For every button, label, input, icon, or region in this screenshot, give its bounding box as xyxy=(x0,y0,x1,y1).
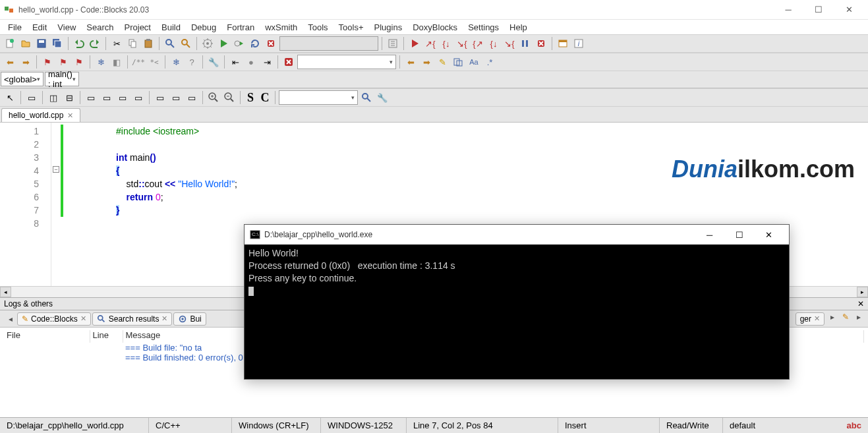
info-icon[interactable]: i xyxy=(571,36,586,51)
tab-close-icon[interactable]: ✕ xyxy=(67,111,73,120)
doxy-comment-icon[interactable]: /** xyxy=(131,55,146,69)
step-instr-icon[interactable]: ↘{ xyxy=(502,36,517,51)
function-dropdown[interactable]: main() : int▾ xyxy=(45,72,79,86)
open-icon[interactable] xyxy=(18,36,33,51)
box1-icon[interactable]: ▭ xyxy=(84,90,98,105)
log-tab-debugger[interactable]: ger✕ xyxy=(796,312,825,326)
last-jump-icon[interactable]: ● xyxy=(244,55,258,69)
show-targets-icon[interactable] xyxy=(386,36,400,51)
console-maximize-button[interactable]: ☐ xyxy=(724,230,754,240)
doxy-wizard-icon[interactable]: ❄ xyxy=(94,55,108,69)
new-file-icon[interactable] xyxy=(3,36,17,51)
log-tab-search[interactable]: Search results✕ xyxy=(92,312,173,326)
debug-run-icon[interactable] xyxy=(407,36,422,51)
box5-icon[interactable]: ▭ xyxy=(153,90,167,105)
match-case-icon[interactable]: Aa xyxy=(467,55,481,69)
menu-settings[interactable]: Settings xyxy=(463,21,504,34)
jump-forward-icon[interactable]: ⇥ xyxy=(260,55,274,69)
symbols-button[interactable]: C xyxy=(258,91,272,105)
undo-icon[interactable] xyxy=(72,36,86,51)
select-tool-icon[interactable]: ↖ xyxy=(3,90,17,105)
doxy-config-icon[interactable]: 🔧 xyxy=(206,55,221,69)
break-icon[interactable] xyxy=(518,36,533,51)
console-output[interactable]: Hello World! Process returned 0 (0x0) ex… xyxy=(245,245,789,379)
source-button[interactable]: S xyxy=(244,91,257,105)
menu-fortran[interactable]: Fortran xyxy=(221,21,260,34)
step-out-icon[interactable]: {↗ xyxy=(471,36,485,51)
box7-icon[interactable]: ▭ xyxy=(185,90,199,105)
next-result-icon[interactable]: ➡ xyxy=(419,55,434,69)
split-h-icon[interactable]: ◫ xyxy=(46,90,61,105)
replace-icon[interactable] xyxy=(179,36,193,51)
menu-help[interactable]: Help xyxy=(504,21,533,34)
run-icon[interactable] xyxy=(216,36,231,51)
find-icon[interactable] xyxy=(163,36,177,51)
build-run-icon[interactable] xyxy=(232,36,246,51)
logs-more-icon[interactable]: ▸ xyxy=(854,312,864,326)
bookmark-flag-icon[interactable]: ⚑ xyxy=(40,55,55,69)
scroll-right-icon[interactable]: ▸ xyxy=(857,287,868,297)
zoom-out-icon[interactable] xyxy=(222,90,237,105)
menu-tools[interactable]: Tools xyxy=(303,21,333,34)
save-icon[interactable] xyxy=(34,36,49,51)
split-v-icon[interactable]: ⊟ xyxy=(62,90,76,105)
copy-icon[interactable] xyxy=(125,36,140,51)
clear-icon[interactable] xyxy=(281,55,296,69)
save-all-icon[interactable] xyxy=(50,36,65,51)
regex-icon[interactable]: .* xyxy=(482,55,497,69)
menu-file[interactable]: File xyxy=(3,21,27,34)
logs-tab-prev-icon[interactable]: ◂ xyxy=(5,314,16,324)
doxy-line-icon[interactable]: *< xyxy=(147,55,161,69)
console-titlebar[interactable]: C:\ D:\belajar_cpp\hello_world.exe ─ ☐ ✕ xyxy=(245,225,789,245)
nav-back-icon[interactable]: ⬅ xyxy=(3,55,17,69)
logs-close-icon[interactable]: ✕ xyxy=(857,299,864,308)
close-icon[interactable]: ✕ xyxy=(80,314,86,323)
zoom-in-icon[interactable] xyxy=(206,90,221,105)
scope-dropdown[interactable]: <global>▾ xyxy=(1,72,43,86)
prev-result-icon[interactable]: ⬅ xyxy=(403,55,418,69)
goto-options-icon[interactable]: 🔧 xyxy=(375,90,390,105)
step-into-icon[interactable]: ↘{ xyxy=(455,36,469,51)
code-content[interactable]: #include <iostream> int main() { std::co… xyxy=(51,123,237,286)
close-icon[interactable]: ✕ xyxy=(161,314,167,323)
select-skip-icon[interactable] xyxy=(451,55,465,69)
doxy-html-icon[interactable]: ❄ xyxy=(169,55,183,69)
log-tab-build[interactable]: Bui xyxy=(173,312,206,326)
menu-wxsmith[interactable]: wxSmith xyxy=(260,21,303,34)
doxy-chm-icon[interactable]: ? xyxy=(185,55,199,69)
next-instr-icon[interactable]: {↓ xyxy=(486,36,501,51)
box2-icon[interactable]: ▭ xyxy=(100,90,114,105)
box3-icon[interactable]: ▭ xyxy=(115,90,130,105)
spellcheck-icon[interactable]: abc xyxy=(840,418,868,433)
goto-search-icon[interactable] xyxy=(359,90,374,105)
doxy-extract-icon[interactable]: ◧ xyxy=(109,55,124,69)
menu-toolsplus[interactable]: Tools+ xyxy=(333,21,369,34)
maximize-button[interactable]: ☐ xyxy=(803,0,834,20)
diff-icon[interactable]: ▭ xyxy=(24,90,39,105)
goto-combo[interactable]: ▾ xyxy=(279,90,358,105)
menu-debug[interactable]: Debug xyxy=(186,21,221,34)
bookmark-prev-icon[interactable]: ⚑ xyxy=(56,55,71,69)
close-button[interactable]: ✕ xyxy=(834,0,864,20)
highlight-icon[interactable]: ✎ xyxy=(435,55,449,69)
nav-forward-icon[interactable]: ➡ xyxy=(18,55,33,69)
log-tab-codeblocks[interactable]: ✎Code::Blocks✕ xyxy=(17,312,91,326)
tab-hello-world[interactable]: hello_world.cpp ✕ xyxy=(1,108,80,122)
search-combo[interactable]: ▾ xyxy=(297,55,396,69)
logs-edit-icon[interactable]: ✎ xyxy=(840,312,851,326)
menu-doxyblocks[interactable]: DoxyBlocks xyxy=(407,21,463,34)
cut-icon[interactable]: ✂ xyxy=(109,36,124,51)
box4-icon[interactable]: ▭ xyxy=(131,90,146,105)
run-to-cursor-icon[interactable]: ↗{ xyxy=(423,36,438,51)
close-icon[interactable]: ✕ xyxy=(814,314,820,323)
bookmark-next-icon[interactable]: ⚑ xyxy=(72,55,86,69)
build-target-dropdown[interactable] xyxy=(279,36,378,51)
menu-search[interactable]: Search xyxy=(81,21,119,34)
box6-icon[interactable]: ▭ xyxy=(169,90,183,105)
debug-windows-icon[interactable] xyxy=(556,36,570,51)
scroll-left-icon[interactable]: ◂ xyxy=(0,287,11,297)
console-minimize-button[interactable]: ─ xyxy=(695,230,724,240)
redo-icon[interactable] xyxy=(88,36,102,51)
rebuild-icon[interactable] xyxy=(248,36,262,51)
console-close-button[interactable]: ✕ xyxy=(754,230,784,240)
